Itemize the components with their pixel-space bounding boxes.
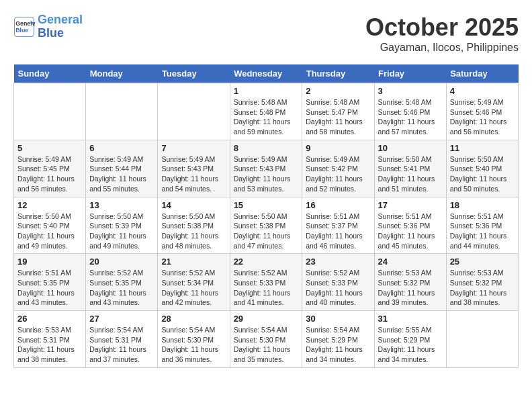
calendar-cell: 15Sunrise: 5:50 AMSunset: 5:38 PMDayligh…: [230, 197, 302, 254]
day-info: Sunrise: 5:50 AMSunset: 5:40 PMDaylight:…: [17, 212, 82, 251]
calendar-cell: 24Sunrise: 5:53 AMSunset: 5:32 PMDayligh…: [374, 254, 446, 311]
day-info: Sunrise: 5:54 AMSunset: 5:29 PMDaylight:…: [306, 325, 370, 365]
page-header: General Blue GeneralBlue October 2025 Ga…: [13, 13, 519, 54]
day-info: Sunrise: 5:49 AMSunset: 5:42 PMDaylight:…: [306, 154, 370, 194]
calendar-cell: 27Sunrise: 5:54 AMSunset: 5:31 PMDayligh…: [86, 311, 158, 368]
day-info: Sunrise: 5:48 AMSunset: 5:48 PMDaylight:…: [234, 97, 299, 137]
day-number: 2: [306, 86, 370, 96]
day-info: Sunrise: 5:48 AMSunset: 5:46 PMDaylight:…: [378, 97, 443, 137]
day-number: 31: [378, 314, 443, 324]
week-row-2: 5Sunrise: 5:49 AMSunset: 5:45 PMDaylight…: [14, 140, 519, 197]
day-number: 11: [450, 143, 515, 153]
calendar-cell: 7Sunrise: 5:49 AMSunset: 5:43 PMDaylight…: [158, 140, 230, 197]
day-info: Sunrise: 5:49 AMSunset: 5:46 PMDaylight:…: [450, 97, 515, 137]
weekday-header-row: SundayMondayTuesdayWednesdayThursdayFrid…: [14, 64, 519, 83]
day-info: Sunrise: 5:52 AMSunset: 5:33 PMDaylight:…: [306, 268, 370, 308]
week-row-5: 26Sunrise: 5:53 AMSunset: 5:31 PMDayligh…: [14, 311, 519, 368]
day-number: 4: [450, 86, 515, 96]
day-info: Sunrise: 5:50 AMSunset: 5:41 PMDaylight:…: [378, 154, 443, 194]
day-number: 21: [161, 257, 226, 267]
weekday-header-monday: Monday: [86, 64, 158, 83]
day-number: 17: [378, 200, 443, 210]
location: Gayaman, Ilocos, Philippines: [365, 42, 519, 54]
day-info: Sunrise: 5:50 AMSunset: 5:40 PMDaylight:…: [450, 154, 515, 194]
month-title: October 2025: [365, 13, 519, 42]
day-number: 1: [234, 86, 299, 96]
day-number: 23: [306, 257, 370, 267]
calendar-cell: 4Sunrise: 5:49 AMSunset: 5:46 PMDaylight…: [446, 83, 518, 140]
day-info: Sunrise: 5:54 AMSunset: 5:30 PMDaylight:…: [161, 325, 226, 365]
calendar-cell: 1Sunrise: 5:48 AMSunset: 5:48 PMDaylight…: [230, 83, 302, 140]
weekday-header-sunday: Sunday: [14, 64, 86, 83]
calendar: SundayMondayTuesdayWednesdayThursdayFrid…: [13, 64, 519, 368]
day-info: Sunrise: 5:52 AMSunset: 5:33 PMDaylight:…: [234, 268, 299, 308]
day-number: 5: [17, 143, 82, 153]
day-number: 24: [378, 257, 443, 267]
day-number: 9: [306, 143, 370, 153]
day-info: Sunrise: 5:50 AMSunset: 5:39 PMDaylight:…: [89, 212, 154, 251]
weekday-header-thursday: Thursday: [302, 64, 374, 83]
logo: General Blue GeneralBlue: [13, 13, 83, 40]
weekday-header-saturday: Saturday: [446, 64, 518, 83]
calendar-cell: 17Sunrise: 5:51 AMSunset: 5:36 PMDayligh…: [374, 197, 446, 254]
day-info: Sunrise: 5:53 AMSunset: 5:31 PMDaylight:…: [17, 325, 82, 365]
day-number: 3: [378, 86, 443, 96]
day-info: Sunrise: 5:51 AMSunset: 5:37 PMDaylight:…: [306, 212, 370, 251]
calendar-cell: 3Sunrise: 5:48 AMSunset: 5:46 PMDaylight…: [374, 83, 446, 140]
day-info: Sunrise: 5:52 AMSunset: 5:35 PMDaylight:…: [89, 268, 154, 308]
day-info: Sunrise: 5:53 AMSunset: 5:32 PMDaylight:…: [450, 268, 515, 308]
calendar-cell: 6Sunrise: 5:49 AMSunset: 5:44 PMDaylight…: [86, 140, 158, 197]
logo-text: GeneralBlue: [38, 13, 83, 40]
day-info: Sunrise: 5:50 AMSunset: 5:38 PMDaylight:…: [161, 212, 226, 251]
calendar-cell: 13Sunrise: 5:50 AMSunset: 5:39 PMDayligh…: [86, 197, 158, 254]
day-info: Sunrise: 5:49 AMSunset: 5:43 PMDaylight:…: [234, 154, 299, 194]
calendar-cell: 26Sunrise: 5:53 AMSunset: 5:31 PMDayligh…: [14, 311, 86, 368]
day-number: 29: [234, 314, 299, 324]
week-row-1: 1Sunrise: 5:48 AMSunset: 5:48 PMDaylight…: [14, 83, 519, 140]
calendar-cell: [158, 83, 230, 140]
svg-text:General: General: [15, 20, 35, 27]
day-info: Sunrise: 5:51 AMSunset: 5:36 PMDaylight:…: [378, 212, 443, 251]
day-number: 28: [161, 314, 226, 324]
day-number: 30: [306, 314, 370, 324]
day-info: Sunrise: 5:51 AMSunset: 5:35 PMDaylight:…: [17, 268, 82, 308]
calendar-cell: 20Sunrise: 5:52 AMSunset: 5:35 PMDayligh…: [86, 254, 158, 311]
day-info: Sunrise: 5:54 AMSunset: 5:31 PMDaylight:…: [89, 325, 154, 365]
day-number: 10: [378, 143, 443, 153]
day-number: 19: [17, 257, 82, 267]
calendar-cell: 8Sunrise: 5:49 AMSunset: 5:43 PMDaylight…: [230, 140, 302, 197]
day-info: Sunrise: 5:49 AMSunset: 5:43 PMDaylight:…: [161, 154, 226, 194]
day-number: 27: [89, 314, 154, 324]
day-info: Sunrise: 5:50 AMSunset: 5:38 PMDaylight:…: [234, 212, 299, 251]
day-number: 18: [450, 200, 515, 210]
day-info: Sunrise: 5:51 AMSunset: 5:36 PMDaylight:…: [450, 212, 515, 251]
logo-icon: General Blue: [13, 16, 35, 38]
day-number: 15: [234, 200, 299, 210]
day-number: 20: [89, 257, 154, 267]
day-number: 6: [89, 143, 154, 153]
day-number: 7: [161, 143, 226, 153]
calendar-cell: 19Sunrise: 5:51 AMSunset: 5:35 PMDayligh…: [14, 254, 86, 311]
day-info: Sunrise: 5:53 AMSunset: 5:32 PMDaylight:…: [378, 268, 443, 308]
day-info: Sunrise: 5:49 AMSunset: 5:45 PMDaylight:…: [17, 154, 82, 194]
calendar-cell: 11Sunrise: 5:50 AMSunset: 5:40 PMDayligh…: [446, 140, 518, 197]
day-number: 22: [234, 257, 299, 267]
day-number: 16: [306, 200, 370, 210]
calendar-cell: 9Sunrise: 5:49 AMSunset: 5:42 PMDaylight…: [302, 140, 374, 197]
day-info: Sunrise: 5:55 AMSunset: 5:29 PMDaylight:…: [378, 325, 443, 365]
weekday-header-wednesday: Wednesday: [230, 64, 302, 83]
day-number: 13: [89, 200, 154, 210]
weekday-header-friday: Friday: [374, 64, 446, 83]
day-info: Sunrise: 5:54 AMSunset: 5:30 PMDaylight:…: [234, 325, 299, 365]
weekday-header-tuesday: Tuesday: [158, 64, 230, 83]
day-number: 12: [17, 200, 82, 210]
calendar-cell: 21Sunrise: 5:52 AMSunset: 5:34 PMDayligh…: [158, 254, 230, 311]
day-number: 8: [234, 143, 299, 153]
day-info: Sunrise: 5:48 AMSunset: 5:47 PMDaylight:…: [306, 97, 370, 137]
calendar-cell: 25Sunrise: 5:53 AMSunset: 5:32 PMDayligh…: [446, 254, 518, 311]
svg-text:Blue: Blue: [15, 27, 28, 34]
calendar-cell: [86, 83, 158, 140]
calendar-cell: 5Sunrise: 5:49 AMSunset: 5:45 PMDaylight…: [14, 140, 86, 197]
calendar-cell: 30Sunrise: 5:54 AMSunset: 5:29 PMDayligh…: [302, 311, 374, 368]
calendar-cell: 23Sunrise: 5:52 AMSunset: 5:33 PMDayligh…: [302, 254, 374, 311]
